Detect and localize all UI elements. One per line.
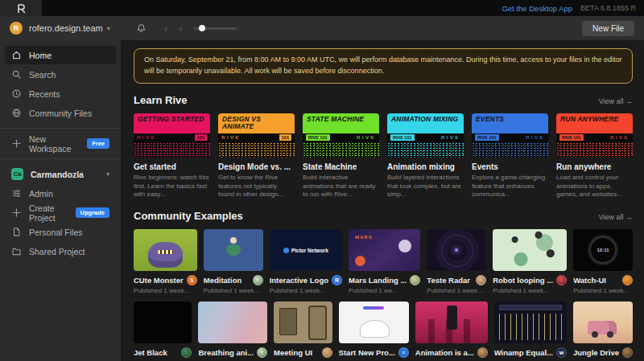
rive-logo-icon (16, 3, 27, 14)
rive-101-bar: RIVE RIVE 101 (303, 133, 379, 142)
author-avatar[interactable]: ≡ (398, 347, 409, 358)
author-avatar[interactable] (622, 275, 633, 285)
published-label: Published 1 week... (573, 287, 633, 294)
community-card[interactable]: MARS Mars Landing ... Published 1 we... (349, 229, 420, 294)
community-card-thumbnail[interactable]: 12:11 (573, 229, 633, 271)
community-card[interactable]: Pictor Network Interactive Logo R Publis… (270, 229, 342, 294)
search-icon (11, 69, 22, 80)
back-arrow-icon[interactable]: ‹ (164, 23, 167, 34)
community-card-title: Watch-UI (573, 276, 606, 285)
team-avatar[interactable]: R (10, 22, 23, 35)
author-avatar[interactable] (410, 275, 420, 285)
community-card[interactable]: Winamp Equal... w Published 2 wee... (494, 302, 567, 361)
author-avatar[interactable]: R (332, 275, 342, 285)
sidebar-item-shared-project[interactable]: Shared Project (5, 242, 116, 260)
author-avatar[interactable]: w (556, 347, 567, 358)
sidebar-item-search[interactable]: Search (5, 65, 116, 84)
sidebar-item-recents[interactable]: Recents (5, 84, 116, 103)
community-card-thumbnail[interactable] (134, 302, 192, 343)
bell-icon[interactable] (136, 23, 147, 34)
zoom-slider[interactable] (193, 27, 237, 30)
learn-card[interactable]: ANIMATION MIXING RIVE RIVE 101 Animation… (387, 113, 464, 199)
learn-card[interactable]: DESIGN VS ANIMATE RIVE 101 Design Mode v… (218, 113, 295, 199)
thumb-noise-pattern (218, 142, 295, 158)
community-card[interactable]: Jungle Drive Published 2 wee... (573, 302, 633, 361)
learn-card-thumbnail[interactable]: EVENTS RIVE RIVE 101 (472, 113, 548, 158)
thumbnail-text: MARS (355, 235, 373, 240)
author-avatar[interactable] (253, 275, 263, 285)
app-tab[interactable] (0, 0, 42, 16)
community-card-thumbnail[interactable] (427, 229, 486, 271)
sidebar-item-home[interactable]: Home (5, 46, 116, 64)
get-desktop-app-link[interactable]: Get the Desktop App (502, 4, 572, 13)
community-card-thumbnail[interactable] (493, 229, 567, 271)
community-card[interactable]: 12:11 Watch-UI Published 1 week... (573, 229, 633, 294)
community-card-thumbnail[interactable] (494, 302, 567, 343)
community-card-thumbnail[interactable] (198, 302, 267, 343)
learn-view-all-link[interactable]: View all → (599, 97, 633, 105)
caret-down-icon: ▾ (106, 170, 109, 178)
community-card[interactable]: Animation is a... Published 2 wee... (415, 302, 488, 361)
community-examples-heading: Community Examples (134, 210, 243, 222)
learn-card[interactable]: EVENTS RIVE RIVE 101 Events Explore a ga… (472, 113, 548, 199)
published-label: Published 1 week... (204, 287, 263, 294)
learn-card-thumbnail[interactable]: RUN ANYWHERE RIVE RIVE 101 (556, 113, 633, 158)
community-card-thumbnail[interactable] (204, 229, 263, 271)
community-card-thumbnail[interactable] (274, 302, 332, 343)
sidebar-item-admin[interactable]: Admin (5, 184, 116, 203)
community-card[interactable]: Robot looping ... Published 1 week... (493, 229, 567, 294)
author-avatar[interactable] (181, 347, 192, 358)
learn-card-description: Explore a game-changing feature that enh… (472, 174, 548, 199)
community-card-thumbnail[interactable]: MARS (349, 229, 420, 271)
author-avatar[interactable]: S (187, 275, 197, 285)
community-card-thumbnail[interactable] (415, 302, 488, 343)
caret-down-icon[interactable]: ▾ (107, 25, 110, 32)
community-card[interactable]: Jet Black Published 1 week... (134, 302, 192, 361)
community-card-thumbnail[interactable]: Pictor Network (270, 229, 342, 271)
community-card-thumbnail[interactable] (573, 302, 633, 343)
learn-thumb-title: GETTING STARTED (134, 113, 210, 133)
learn-card-title: Run anywhere (556, 162, 633, 171)
community-view-all-link[interactable]: View all → (599, 213, 633, 221)
community-card-title: Teste Radar (427, 276, 470, 285)
learn-card[interactable]: GETTING STARTED RIVE 101 Get started Riv… (134, 113, 210, 199)
new-file-button[interactable]: New File (582, 21, 634, 36)
zoom-slider-thumb[interactable] (199, 25, 205, 31)
author-avatar[interactable] (477, 347, 488, 358)
learn-card-thumbnail[interactable]: ANIMATION MIXING RIVE RIVE 101 (387, 113, 464, 158)
author-avatar[interactable] (476, 275, 486, 285)
community-card[interactable]: Start New Pro... ≡ Published 1 wee... (339, 302, 409, 361)
author-avatar[interactable] (556, 275, 567, 285)
sidebar-workspace-selector[interactable]: Ca Carmandozla ▾ (5, 165, 116, 183)
upgrade-badge: Upgrade (76, 207, 109, 218)
community-row: CUte Monster S Published 1 week... Medit… (134, 229, 633, 294)
learn-card-thumbnail[interactable]: GETTING STARTED RIVE 101 (134, 113, 210, 158)
community-card-thumbnail[interactable] (339, 302, 409, 343)
rive-watermark: RIVE (610, 135, 630, 140)
plus-icon (11, 138, 22, 149)
learn-card-description: Build layered interactions that look com… (387, 174, 464, 199)
community-card-thumbnail[interactable] (134, 229, 197, 271)
community-card[interactable]: Meeting UI Published 1 week... (274, 302, 332, 361)
team-name[interactable]: rofero.design.team (29, 23, 103, 33)
forward-arrow-icon[interactable]: › (179, 23, 182, 34)
learn-card-thumbnail[interactable]: STATE MACHINE RIVE RIVE 101 (303, 113, 379, 158)
community-card[interactable]: Breathing ani... Published 1 week... (198, 302, 267, 361)
author-avatar[interactable] (257, 347, 267, 358)
workspace-avatar: Ca (11, 168, 23, 180)
thumb-noise-pattern (387, 142, 464, 158)
community-card[interactable]: Meditation Published 1 week... (204, 229, 263, 294)
sidebar-item-community-files[interactable]: Community Files (5, 104, 116, 122)
learn-card[interactable]: STATE MACHINE RIVE RIVE 101 State Machin… (303, 113, 379, 199)
rive-watermark: RIVE (221, 135, 241, 140)
community-card[interactable]: CUte Monster S Published 1 week... (134, 229, 197, 294)
learn-card-thumbnail[interactable]: DESIGN VS ANIMATE RIVE 101 (218, 113, 295, 158)
community-card[interactable]: Teste Radar Published 1 week... (427, 229, 486, 294)
learn-card[interactable]: RUN ANYWHERE RIVE RIVE 101 Run anywhere … (556, 113, 633, 199)
author-avatar[interactable] (622, 347, 633, 358)
sidebar-item-personal-files[interactable]: Personal Files (5, 223, 116, 241)
sidebar-item-create-project[interactable]: Create Project Upgrade (5, 203, 116, 222)
thumbnail-text: Pictor Network (283, 248, 328, 253)
author-avatar[interactable] (322, 347, 332, 358)
sidebar-item-new-workspace[interactable]: New Workspace Free (5, 134, 116, 153)
